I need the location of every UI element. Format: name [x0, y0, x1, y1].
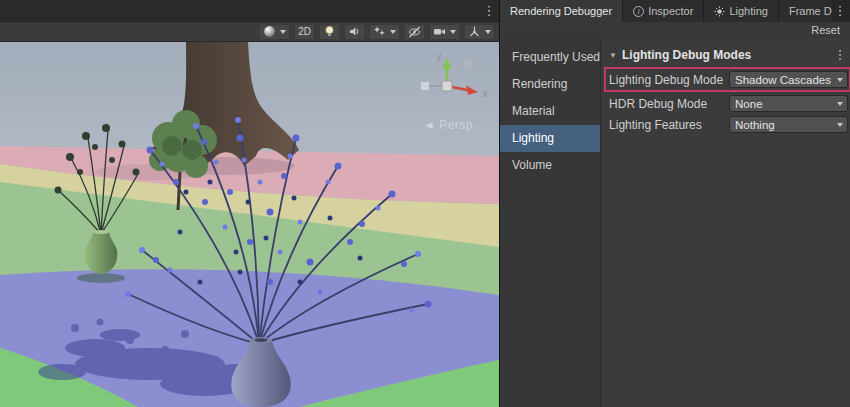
eye-slash-icon [408, 25, 421, 38]
panel-menu-icon[interactable]: ⋮ [832, 0, 848, 22]
tab-lighting[interactable]: Lighting [704, 0, 779, 22]
scene-viewport[interactable]: y x ◄ Persp [0, 42, 499, 407]
chevron-down-icon [485, 30, 491, 34]
unity-editor-window: ⋮ 2D [0, 0, 850, 407]
sidebar-item-volume[interactable]: Volume [500, 152, 600, 179]
effects-dropdown-button[interactable] [369, 24, 400, 40]
axis-tripod-icon [468, 25, 481, 38]
lighting-features-dropdown[interactable]: Nothing [729, 116, 848, 133]
section-title: Lighting Debug Modes [622, 48, 832, 62]
gizmo-back-handle[interactable] [465, 60, 472, 67]
2d-toggle-button[interactable]: 2D [294, 24, 315, 40]
chevron-down-icon [390, 30, 396, 34]
tab-label: Inspector [648, 0, 693, 22]
property-row: HDR Debug Mode None [609, 94, 848, 113]
persp-toggle[interactable]: ◄ Persp [423, 118, 473, 132]
chevron-down-icon [280, 30, 286, 34]
panel-tab-bar: Rendering Debugger Inspector Lighting Fr… [499, 0, 850, 22]
persp-label: Persp [439, 118, 473, 132]
debugger-toolbar: Reset [499, 22, 850, 38]
gizmo-x-label: x [483, 88, 488, 99]
camera-icon [433, 25, 446, 38]
property-row: Lighting Features Nothing [609, 115, 848, 134]
scene-tab-menu-icon[interactable]: ⋮ [481, 0, 497, 22]
chevron-down-icon [450, 30, 456, 34]
section-header: ▼ Lighting Debug Modes ⋮ [609, 46, 848, 64]
property-label: Lighting Debug Mode [609, 73, 729, 87]
chevron-down-icon [837, 123, 843, 127]
lighting-toggle-button[interactable] [319, 24, 340, 40]
dropdown-value: None [735, 98, 763, 110]
2d-label: 2D [298, 26, 311, 37]
hdr-debug-mode-dropdown[interactable]: None [729, 95, 848, 112]
shading-mode-button[interactable] [259, 24, 290, 40]
section-menu-icon[interactable]: ⋮ [832, 46, 848, 64]
visibility-toggle-button[interactable] [404, 24, 425, 40]
dropdown-value: Nothing [735, 119, 775, 131]
tab-label: Rendering Debugger [510, 0, 612, 22]
lighting-debug-mode-dropdown[interactable]: Shadow Cascades [729, 71, 848, 88]
sidebar-item-material[interactable]: Material [500, 98, 600, 125]
debugger-content: ▼ Lighting Debug Modes ⋮ Lighting Debug … [601, 38, 850, 407]
lightbulb-icon [323, 25, 336, 38]
sidebar-item-frequently-used[interactable]: Frequently Used [500, 44, 600, 71]
gizmo-y-axis-cone[interactable] [442, 58, 452, 69]
sparkle-icon [373, 25, 386, 38]
property-label: Lighting Features [609, 118, 729, 132]
tab-label: Lighting [729, 0, 768, 22]
gizmos-dropdown-button[interactable] [464, 24, 495, 40]
back-arrow-icon: ◄ [423, 118, 435, 132]
chevron-down-icon [837, 78, 843, 82]
info-icon [633, 6, 644, 17]
speaker-icon [348, 25, 361, 38]
reset-button[interactable]: Reset [811, 24, 840, 36]
sidebar-item-rendering[interactable]: Rendering [500, 71, 600, 98]
gizmo-neg-x-handle[interactable] [421, 82, 429, 90]
dropdown-value: Shadow Cascades [735, 74, 831, 86]
property-row: Lighting Debug Mode Shadow Cascades [609, 70, 848, 89]
chevron-down-icon [837, 102, 843, 106]
tab-inspector[interactable]: Inspector [623, 0, 704, 22]
tab-label: Frame D [789, 0, 832, 22]
orientation-gizmo[interactable]: y x [401, 50, 493, 112]
foldout-triangle-icon[interactable]: ▼ [609, 51, 617, 60]
debugger-sidebar: Frequently Used Rendering Material Light… [500, 38, 601, 407]
tab-rendering-debugger[interactable]: Rendering Debugger [500, 0, 623, 22]
highlight-annotation: Lighting Debug Mode Shadow Cascades [604, 67, 850, 92]
scene-tab-bar: ⋮ [0, 0, 499, 22]
sidebar-item-lighting[interactable]: Lighting [500, 125, 600, 152]
camera-dropdown-button[interactable] [429, 24, 460, 40]
sun-icon [714, 6, 725, 17]
scene-toolbar: 2D [0, 22, 499, 42]
audio-toggle-button[interactable] [344, 24, 365, 40]
rendering-debugger-panel: Frequently Used Rendering Material Light… [499, 38, 850, 407]
gizmo-center-cube[interactable] [442, 81, 452, 91]
gizmo-y-label: y [437, 51, 442, 62]
gizmo-x-axis-cone[interactable] [466, 86, 478, 96]
shaded-sphere-icon [263, 25, 276, 38]
property-label: HDR Debug Mode [609, 97, 729, 111]
